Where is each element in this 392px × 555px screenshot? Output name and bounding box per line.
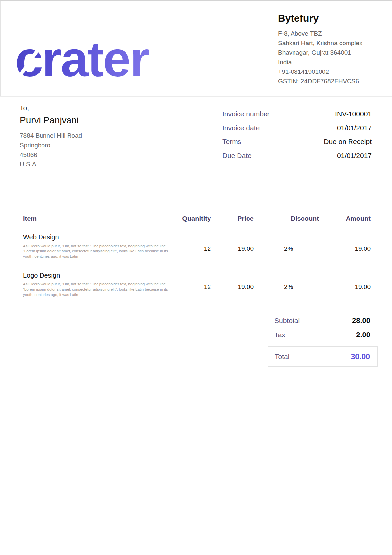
table-row: Web Design As Cicero would put it, “Um, … bbox=[23, 233, 371, 259]
meta-row-terms: Terms Due on Receipt bbox=[222, 137, 372, 146]
item-quantity: 12 bbox=[165, 272, 211, 297]
company-address-line: Sahkari Hart, Krishna complex bbox=[278, 38, 387, 48]
item-cell: Logo Design As Cicero would put it, “Um,… bbox=[23, 272, 165, 297]
invoice-header: crater Bytefury F-8, Above TBZ Sahkari H… bbox=[0, 0, 392, 97]
items-table-header: Item Quanitity Price Discount Amount bbox=[23, 214, 371, 223]
item-name: Logo Design bbox=[23, 272, 165, 279]
company-block: Bytefury F-8, Above TBZ Sahkari Hart, Kr… bbox=[278, 13, 387, 86]
item-amount: 19.00 bbox=[319, 233, 371, 259]
company-address-line: F-8, Above TBZ bbox=[278, 29, 387, 38]
client-name: Purvi Panjvani bbox=[20, 115, 178, 126]
item-price: 19.00 bbox=[211, 233, 254, 259]
table-bottom-divider bbox=[21, 305, 371, 305]
terms-value: Due on Receipt bbox=[324, 137, 372, 146]
column-header-price: Price bbox=[211, 214, 254, 223]
column-header-quantity: Quanitity bbox=[165, 214, 211, 223]
item-discount: 2% bbox=[254, 272, 319, 297]
item-description: As Cicero would put it, “Um, not so fast… bbox=[23, 243, 171, 259]
meta-row-invoice-number: Invoice number INV-100001 bbox=[222, 109, 372, 119]
column-header-discount: Discount bbox=[254, 214, 319, 223]
billed-to-block: To, Purvi Panjvani 7884 Bunnel Hill Road… bbox=[20, 104, 178, 169]
meta-label: Terms bbox=[222, 137, 241, 146]
item-quantity: 12 bbox=[165, 233, 211, 259]
tax-label: Tax bbox=[274, 330, 285, 340]
crater-logo: crater bbox=[15, 34, 149, 84]
company-gstin: GSTIN: 24DDF7682FHVCS6 bbox=[278, 76, 387, 86]
total-value: 30.00 bbox=[351, 352, 370, 361]
invoice-number-value: INV-100001 bbox=[335, 109, 372, 119]
client-address-line: U.S.A bbox=[20, 160, 178, 169]
meta-row-due-date: Due Date 01/01/2017 bbox=[222, 151, 372, 160]
company-address-line: India bbox=[278, 57, 387, 67]
subtotal-value: 28.00 bbox=[352, 316, 370, 326]
company-address-line: Bhavnagar, Gujrat 364001 bbox=[278, 48, 387, 57]
item-cell: Web Design As Cicero would put it, “Um, … bbox=[23, 233, 165, 259]
column-header-amount: Amount bbox=[319, 214, 371, 223]
meta-label: Invoice date bbox=[222, 123, 260, 132]
subtotal-label: Subtotal bbox=[274, 316, 300, 326]
client-address-line: Springboro bbox=[20, 140, 178, 150]
due-date-value: 01/01/2017 bbox=[337, 151, 372, 160]
item-name: Web Design bbox=[23, 233, 165, 241]
meta-label: Due Date bbox=[222, 151, 252, 160]
item-description: As Cicero would put it, “Um, not so fast… bbox=[23, 281, 171, 297]
meta-row-invoice-date: Invoice date 01/01/2017 bbox=[222, 123, 372, 132]
item-discount: 2% bbox=[254, 233, 319, 259]
table-row: Logo Design As Cicero would put it, “Um,… bbox=[23, 272, 371, 297]
total-label: Total bbox=[275, 353, 289, 361]
company-name: Bytefury bbox=[278, 13, 387, 24]
subtotal-row: Subtotal 28.00 bbox=[268, 316, 378, 326]
tax-row: Tax 2.00 bbox=[268, 330, 378, 340]
client-address-line: 45066 bbox=[20, 150, 178, 160]
column-header-item: Item bbox=[23, 214, 165, 223]
meta-label: Invoice number bbox=[222, 109, 270, 119]
company-phone: +91-08141901002 bbox=[278, 67, 387, 76]
item-price: 19.00 bbox=[211, 272, 254, 297]
totals-block: Subtotal 28.00 Tax 2.00 Total 30.00 bbox=[268, 316, 378, 367]
tax-value: 2.00 bbox=[356, 330, 370, 340]
invoice-date-value: 01/01/2017 bbox=[337, 123, 372, 132]
client-address-line: 7884 Bunnel Hill Road bbox=[20, 131, 178, 140]
to-label: To, bbox=[20, 104, 178, 112]
grand-total-box: Total 30.00 bbox=[268, 346, 378, 367]
invoice-meta: Invoice number INV-100001 Invoice date 0… bbox=[222, 109, 372, 165]
item-amount: 19.00 bbox=[319, 272, 371, 297]
